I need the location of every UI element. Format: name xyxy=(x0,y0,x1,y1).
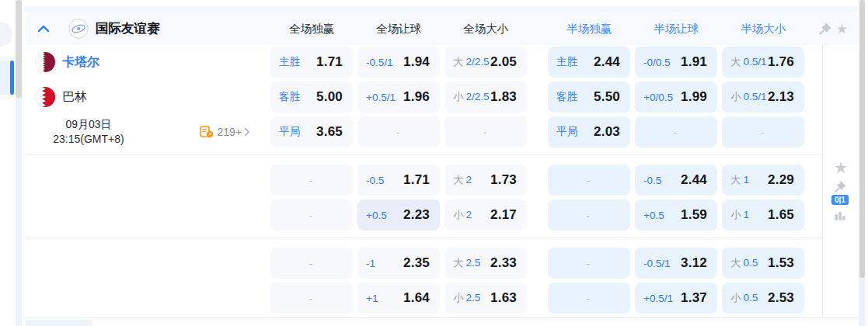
odds-label: 客胜 xyxy=(556,90,577,104)
column-header-full-1x2: 全场独赢 xyxy=(270,22,353,36)
markets-icon xyxy=(200,126,214,138)
odds-label: 主胜 xyxy=(556,55,577,69)
odds-label: 0.5 xyxy=(744,257,758,269)
odds-cell[interactable]: -0.51.71 xyxy=(357,165,440,196)
odds-value: 2.35 xyxy=(403,255,430,271)
odds-value: 2.33 xyxy=(490,255,517,271)
odds-prefix: 小 xyxy=(730,291,741,305)
league-header-left: 国际友谊赛 xyxy=(26,19,270,39)
dash: - xyxy=(483,127,486,138)
score-badge[interactable]: 0|1 xyxy=(831,195,849,205)
odds-value: 2.29 xyxy=(768,172,794,188)
odds-label: +1 xyxy=(366,293,378,304)
odds-cell[interactable]: 平局2.03 xyxy=(548,116,630,147)
league-header: 国际友谊赛 全场独赢 全场让球 全场大小 半场独赢 半场让球 半场大小 ★ xyxy=(26,12,859,45)
odds-cell[interactable]: +0.51.59 xyxy=(635,199,717,231)
dash: - xyxy=(587,293,590,304)
odds-cell[interactable]: 小0.5/12.13 xyxy=(722,82,804,113)
odds-value: 1.94 xyxy=(403,54,430,70)
odds-label: -1 xyxy=(366,258,375,269)
odds-cell[interactable]: +0/0.51.99 xyxy=(635,82,717,113)
top-strip xyxy=(23,6,859,12)
odds-label: 0.5 xyxy=(744,292,758,303)
odds-cell[interactable]: 小2/2.51.83 xyxy=(444,82,527,113)
odds-cell[interactable]: 客胜5.50 xyxy=(548,82,630,113)
table-row-line2a: - -0.51.71 大21.73 - -0.52.44 大12.29 xyxy=(26,165,822,196)
left-scrollbar-thumb[interactable] xyxy=(16,0,22,98)
odds-value: 1.53 xyxy=(768,255,794,271)
divider xyxy=(26,238,822,238)
odds-table: 卡塔尔 主胜1.71 -0.5/11.94 大2/2.52.05 主胜2.44 … xyxy=(26,45,822,317)
column-header-half-overunder: 半场大小 xyxy=(722,22,804,36)
column-header-half-handicap: 半场让球 xyxy=(635,22,717,36)
odds-cell[interactable]: -0/0.51.91 xyxy=(635,47,717,78)
odds-label: 2.5 xyxy=(466,292,481,303)
odds-cell-empty: - xyxy=(548,165,630,196)
odds-cell-empty: - xyxy=(722,116,804,147)
odds-cell[interactable]: -12.35 xyxy=(357,248,440,279)
odds-cell-empty: - xyxy=(548,283,630,314)
odds-cell[interactable]: +11.64 xyxy=(357,283,440,314)
odds-cell[interactable]: -0.5/11.94 xyxy=(357,47,440,78)
favorite-star-icon[interactable]: ★ xyxy=(834,160,848,175)
odds-prefix: 大 xyxy=(730,55,741,69)
odds-label: +0/0.5 xyxy=(643,92,673,103)
more-markets-link[interactable]: 219+ xyxy=(200,126,250,138)
next-section-block xyxy=(26,320,92,326)
odds-cell[interactable]: 小2.51.63 xyxy=(444,283,527,314)
odds-cell-empty: - xyxy=(548,248,630,279)
odds-cell[interactable]: 客胜5.00 xyxy=(270,82,353,113)
odds-label: 1 xyxy=(744,209,750,220)
odds-label: +0.5 xyxy=(643,210,664,221)
odds-cell[interactable]: -0.52.44 xyxy=(635,165,717,196)
odds-cell-empty: - xyxy=(635,116,717,147)
odds-cell[interactable]: -0.5/13.12 xyxy=(635,248,717,279)
odds-value: 5.00 xyxy=(316,89,343,105)
odds-cell[interactable]: 主胜2.44 xyxy=(548,47,630,78)
odds-prefix: 小 xyxy=(453,208,464,222)
table-row-line3a: - -12.35 大2.52.33 - -0.5/13.12 大0.51.53 xyxy=(26,248,822,279)
dash: - xyxy=(587,175,590,186)
odds-label: -0.5/1 xyxy=(366,57,393,68)
odds-cell-empty: - xyxy=(270,283,353,314)
odds-value: 1.76 xyxy=(768,54,794,70)
header-star-icon[interactable]: ★ xyxy=(836,23,848,36)
odds-label: +0.5/1 xyxy=(643,293,673,304)
pin-icon[interactable] xyxy=(835,181,846,196)
odds-cell[interactable]: 主胜1.71 xyxy=(270,47,353,78)
divider xyxy=(26,154,822,155)
odds-cell[interactable]: 大21.73 xyxy=(444,165,527,196)
odds-cell-empty: - xyxy=(548,199,630,231)
collapse-chevron-up-icon[interactable] xyxy=(37,25,50,33)
sidebar-partial-circle xyxy=(0,22,12,47)
odds-cell[interactable]: 小22.17 xyxy=(444,199,527,231)
odds-cell[interactable]: 大2.52.33 xyxy=(444,248,527,279)
right-scrollbar-thumb[interactable] xyxy=(859,0,865,278)
odds-cell[interactable]: 平局3.65 xyxy=(270,116,353,147)
schedule-cell: 09月03日 23:15(GMT+8) 219+ xyxy=(26,117,270,147)
odds-label: 2.5 xyxy=(466,257,481,269)
dash: - xyxy=(587,210,590,221)
odds-cell[interactable]: 小11.65 xyxy=(722,199,804,231)
header-pin-icon[interactable] xyxy=(819,23,831,35)
odds-prefix: 小 xyxy=(730,90,741,104)
odds-cell[interactable]: 大0.51.53 xyxy=(722,248,804,279)
odds-cell[interactable]: 大0.5/11.76 xyxy=(722,47,804,78)
odds-label: -0.5/1 xyxy=(643,258,671,269)
odds-cell[interactable]: 大2/2.52.05 xyxy=(444,47,527,78)
column-header-full-handicap: 全场让球 xyxy=(357,22,440,36)
dash: - xyxy=(674,127,677,138)
stats-chart-icon[interactable] xyxy=(834,210,846,225)
odds-cell[interactable]: 大12.29 xyxy=(722,165,804,196)
right-scrollbar-track[interactable] xyxy=(859,0,865,326)
odds-cell-highlighted[interactable]: +0.52.23 xyxy=(357,199,440,231)
odds-cell[interactable]: 小0.52.53 xyxy=(722,283,804,314)
odds-cell[interactable]: +0.5/11.37 xyxy=(635,283,717,314)
left-scrollbar-track[interactable] xyxy=(16,0,22,326)
sidebar-selected-item[interactable] xyxy=(0,61,10,95)
sidebar-active-indicator xyxy=(10,61,14,95)
qatar-flag-icon xyxy=(35,52,55,72)
odds-label: 1 xyxy=(744,174,750,186)
odds-cell[interactable]: +0.5/11.96 xyxy=(357,82,440,113)
table-row-line2b: - +0.52.23 小22.17 - +0.51.59 小11.65 xyxy=(26,199,822,231)
